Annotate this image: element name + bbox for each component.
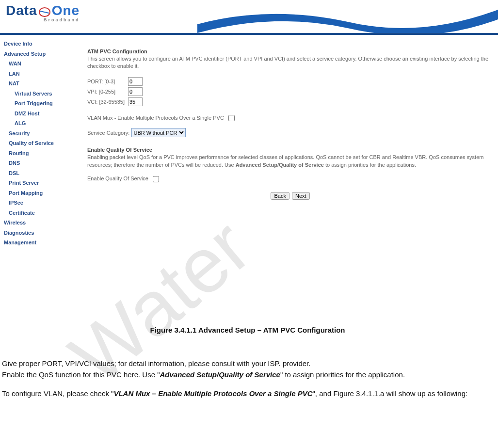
enable-qos-label: Enable Quality Of Service bbox=[87, 176, 148, 181]
doc-p3-a: To configure VLAN, please check " bbox=[2, 389, 113, 398]
doc-p3-em: VLAN Mux – Enable Multiple Protocols Ove… bbox=[113, 389, 312, 398]
vci-label: VCI: [32-65535] bbox=[87, 99, 125, 105]
sidebar-item-print-server[interactable]: Print Server bbox=[4, 178, 71, 188]
logo: Data One Broadband bbox=[6, 3, 80, 22]
sidebar-item-wireless[interactable]: Wireless bbox=[4, 218, 71, 228]
sidebar-item-dmz-host[interactable]: DMZ Host bbox=[4, 109, 71, 119]
sidebar-nav: Device Info Advanced Setup WAN LAN NAT V… bbox=[0, 35, 73, 252]
next-button[interactable]: Next bbox=[292, 192, 310, 200]
vlan-mux-checkbox[interactable] bbox=[228, 115, 235, 121]
sidebar-item-ipsec[interactable]: IPSec bbox=[4, 198, 71, 208]
qos-heading: Enable Quality Of Service bbox=[87, 147, 493, 153]
vci-input[interactable] bbox=[128, 97, 143, 106]
port-input[interactable] bbox=[128, 77, 143, 86]
nav-buttons: Back Next bbox=[87, 192, 493, 200]
sidebar-item-qos[interactable]: Quality of Service bbox=[4, 138, 71, 148]
sidebar-item-device-info[interactable]: Device Info bbox=[4, 39, 71, 49]
sidebar-item-alg[interactable]: ALG bbox=[4, 118, 71, 128]
sidebar-item-wan[interactable]: WAN bbox=[4, 59, 71, 69]
port-row: PORT: [0-3] bbox=[87, 77, 493, 86]
sidebar-item-security[interactable]: Security bbox=[4, 128, 71, 139]
qos-description: Enabling packet level QoS for a PVC impr… bbox=[87, 154, 493, 169]
figure-caption: Figure 3.4.1.1 Advanced Setup – ATM PVC … bbox=[2, 325, 493, 335]
sidebar-item-management[interactable]: Management bbox=[4, 238, 71, 248]
header-banner: Data One Broadband bbox=[0, 0, 498, 35]
qos-text-bold: Advanced Setup/Quality of Service bbox=[236, 162, 324, 168]
sidebar-item-port-mapping[interactable]: Port Mapping bbox=[4, 188, 71, 198]
vlan-mux-row: VLAN Mux - Enable Multiple Protocols Ove… bbox=[87, 115, 493, 122]
sidebar-item-dsl[interactable]: DSL bbox=[4, 168, 71, 178]
back-button[interactable]: Back bbox=[271, 192, 289, 200]
doc-paragraph-3: To configure VLAN, please check "VLAN Mu… bbox=[2, 388, 493, 399]
service-category-select[interactable]: UBR Without PCR bbox=[131, 128, 186, 137]
sidebar-item-certificate[interactable]: Certificate bbox=[4, 208, 71, 218]
logo-accent: One bbox=[52, 3, 80, 18]
doc-p3-b: ", and Figure 3.4.1.1.a will show up as … bbox=[313, 389, 468, 398]
enable-qos-checkbox[interactable] bbox=[153, 176, 159, 182]
banner-swoosh-icon bbox=[197, 0, 498, 35]
vci-row: VCI: [32-65535] bbox=[87, 97, 493, 106]
sidebar-item-nat[interactable]: NAT bbox=[4, 79, 71, 89]
service-category-row: Service Category: UBR Without PCR bbox=[87, 128, 493, 137]
router-admin-screenshot: Data One Broadband Device Info Advanced … bbox=[0, 0, 498, 310]
doc-p2-em: Advanced Setup/Quality of Service bbox=[160, 370, 280, 379]
document-text: Figure 3.4.1.1 Advanced Setup – ATM PVC … bbox=[0, 310, 498, 427]
sidebar-item-lan[interactable]: LAN bbox=[4, 69, 71, 79]
doc-paragraph-2: Enable the QoS function for this PVC her… bbox=[2, 369, 493, 380]
sidebar-item-diagnostics[interactable]: Diagnostics bbox=[4, 228, 71, 238]
qos-text-post: to assign priorities for the application… bbox=[324, 162, 416, 168]
vpi-input[interactable] bbox=[128, 87, 143, 96]
vpi-label: VPI: [0-255] bbox=[87, 89, 125, 95]
logo-subtext: Broadband bbox=[44, 17, 80, 22]
port-label: PORT: [0-3] bbox=[87, 79, 125, 84]
page-title: ATM PVC Configuration bbox=[87, 48, 493, 54]
doc-p2-a: Enable the QoS function for this PVC her… bbox=[2, 370, 160, 379]
sidebar-item-advanced-setup[interactable]: Advanced Setup bbox=[4, 49, 71, 59]
page-intro: This screen allows you to configure an A… bbox=[87, 55, 493, 70]
sidebar-item-port-triggering[interactable]: Port Triggering bbox=[4, 98, 71, 109]
sidebar-item-dns[interactable]: DNS bbox=[4, 158, 71, 168]
enable-qos-row: Enable Quality Of Service bbox=[87, 176, 493, 182]
sidebar-item-virtual-servers[interactable]: Virtual Servers bbox=[4, 89, 71, 99]
content-area: ATM PVC Configuration This screen allows… bbox=[73, 35, 498, 252]
vpi-row: VPI: [0-255] bbox=[87, 87, 493, 96]
vlan-mux-label: VLAN Mux - Enable Multiple Protocols Ove… bbox=[87, 115, 224, 121]
logo-globe-icon bbox=[37, 6, 52, 17]
sidebar-item-routing[interactable]: Routing bbox=[4, 148, 71, 159]
logo-main: Data bbox=[6, 3, 37, 18]
doc-p2-b: " to assign priorities for the applicati… bbox=[280, 370, 405, 379]
service-category-label: Service Category: bbox=[87, 130, 129, 136]
doc-paragraph-1: Give proper PORT, VPI/VCI values; for de… bbox=[2, 358, 493, 368]
